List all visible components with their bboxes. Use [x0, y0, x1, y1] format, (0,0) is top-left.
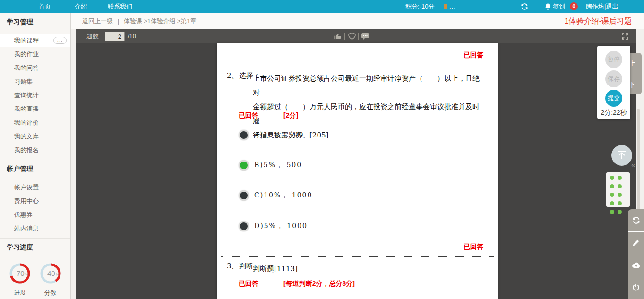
page: 首页 介绍 联系我们 积分:-10分 ... 签到 0 陶作坊|退出 学习管理 …: [0, 0, 644, 299]
radio-unselected[interactable]: [239, 221, 249, 231]
points-more[interactable]: ...: [449, 0, 456, 13]
heart-icon[interactable]: [348, 33, 356, 42]
svg-text:%: %: [56, 273, 59, 277]
answered-label: 已回答: [239, 111, 258, 120]
sidebar-item-my-qa[interactable]: 我的问答: [0, 61, 70, 75]
power-icon[interactable]: [628, 276, 644, 298]
refresh-icon[interactable]: [521, 3, 528, 12]
question-total: /10: [128, 29, 136, 43]
question-panel: 已回答 2、 选择： 上市公司证券投资总额占公司最近一期经审计净资产（ ）以上，…: [217, 43, 498, 299]
answered-label: 已回答: [239, 280, 258, 288]
quiz-toolbar: 题数 /10: [76, 29, 636, 43]
breadcrumb-separator: |: [118, 17, 119, 25]
submit-button[interactable]: 提交: [605, 90, 622, 107]
sidebar-item-query-stats[interactable]: 查询统计: [0, 88, 70, 102]
cloud-download-icon[interactable]: [628, 254, 644, 276]
exam-timer: 2分:22秒: [597, 109, 630, 117]
question-dot[interactable]: [618, 201, 622, 205]
question-dot[interactable]: [610, 184, 614, 188]
top-nav-bar: 首页 介绍 联系我们 积分:-10分 ... 签到 0 陶作坊|退出: [0, 0, 644, 13]
refresh-icon[interactable]: [628, 209, 644, 231]
sidebar-item-account-settings[interactable]: 帐户设置: [0, 180, 70, 194]
points-icon: [444, 4, 447, 9]
divider: [221, 65, 494, 65]
toolbar-separator: [358, 33, 359, 40]
option-label[interactable]: A)10%，500: [254, 131, 304, 139]
sidebar-section-account: 帐户管理: [0, 160, 70, 178]
question-number-input[interactable]: [105, 32, 125, 41]
breadcrumb-path[interactable]: 体验课 >1体验介绍 >第1章: [124, 17, 197, 25]
sidebar: 学习管理 我的课程 ... 我的作业 我的问答 习题集 查询统计 我的直播 我的…: [0, 13, 71, 299]
signin-button[interactable]: 签到: [553, 0, 565, 13]
nav-intro[interactable]: 介绍: [75, 0, 87, 13]
more-button[interactable]: ...: [53, 37, 67, 44]
comment-icon[interactable]: [361, 33, 369, 42]
divider: [221, 256, 494, 257]
sidebar-section-learning: 学习管理: [0, 13, 70, 31]
back-link[interactable]: 返回上一级: [82, 17, 113, 25]
question-dot[interactable]: [618, 176, 622, 180]
sidebar-item-my-homework[interactable]: 我的作业: [0, 47, 70, 61]
question-number: 2、: [227, 71, 239, 80]
status-answered: 已回答: [464, 51, 483, 60]
sidebar-item-fee-center[interactable]: 费用中心: [0, 194, 70, 208]
radio-selected[interactable]: [239, 160, 249, 171]
radio-unselected[interactable]: [239, 130, 249, 140]
progress-ring-progress: 70 % 进度: [9, 262, 31, 297]
fullscreen-icon[interactable]: [621, 33, 629, 42]
progress-ring-score: 40 % 分数: [39, 262, 62, 297]
toolbar-separator: [344, 33, 345, 40]
exam-control-panel: 暂停 保存 提交 2分:22秒: [597, 46, 630, 119]
sidebar-item-exercise-set[interactable]: 习题集: [0, 75, 70, 88]
content-header: 返回上一级 | 体验课 >1体验介绍 >第1章 1体验介绍-课后习题: [71, 13, 644, 29]
notification-badge[interactable]: 0: [570, 2, 578, 10]
question-dot[interactable]: [610, 201, 614, 205]
sidebar-item-coupons[interactable]: 优惠券: [0, 208, 70, 222]
pause-button[interactable]: 暂停: [605, 51, 622, 68]
sidebar-item-label: 我的课程: [14, 37, 39, 44]
page-title: 1体验介绍-课后习题: [565, 13, 632, 29]
option-label[interactable]: C)10%， 1000: [254, 191, 312, 200]
save-button[interactable]: 保存: [605, 70, 622, 87]
sidebar-item-site-messages[interactable]: 站内消息: [0, 222, 70, 235]
radio-unselected[interactable]: [239, 190, 249, 201]
question-dot[interactable]: [610, 210, 614, 214]
user-logout[interactable]: 陶作坊|退出: [586, 0, 618, 13]
svg-text:70: 70: [17, 269, 25, 277]
points-label: 积分:-10分: [405, 0, 434, 13]
svg-text:40: 40: [47, 269, 55, 277]
sidebar-item-my-library[interactable]: 我的文库: [0, 129, 70, 143]
status-answered: 已回答: [464, 243, 483, 251]
question-count-label: 题数: [86, 29, 99, 43]
option-label[interactable]: D)5%， 1000: [254, 222, 308, 231]
question-dot[interactable]: [618, 184, 622, 188]
sidebar-item-my-live[interactable]: 我的直播: [0, 102, 70, 116]
sidebar-item-my-reviews[interactable]: 我的评价: [0, 116, 70, 129]
question-dot[interactable]: [618, 210, 622, 214]
sidebar-item-my-courses[interactable]: 我的课程 ...: [0, 34, 70, 47]
back-to-top-icon: [616, 149, 627, 162]
thumbs-up-icon[interactable]: [334, 33, 342, 42]
question-dot[interactable]: [610, 176, 614, 180]
question-number: 3、: [227, 262, 239, 271]
nav-contact[interactable]: 联系我们: [108, 0, 132, 13]
sidebar-section-progress: 学习进度: [0, 239, 70, 256]
quiz-area: 题数 /10 已回答 2、 选择：: [76, 29, 636, 299]
back-to-top-button[interactable]: [611, 145, 632, 166]
pencil-icon[interactable]: [628, 231, 644, 254]
score-label: [每道判断2分，总分8分]: [283, 280, 355, 288]
bell-icon[interactable]: [544, 3, 551, 12]
option-label[interactable]: B)5%， 500: [254, 161, 302, 170]
svg-text:%: %: [25, 273, 28, 277]
nav-home[interactable]: 首页: [39, 0, 51, 13]
sidebar-item-my-signup[interactable]: 我的报名: [0, 143, 70, 157]
score-label: [2分]: [283, 111, 298, 120]
question-dot[interactable]: [610, 193, 614, 197]
question-text: 判断题[1113]: [253, 262, 480, 276]
collapse-panel-handle[interactable]: «: [631, 161, 635, 169]
breadcrumb: 返回上一级 | 体验课 >1体验介绍 >第1章: [82, 13, 199, 29]
question-dot[interactable]: [618, 193, 622, 197]
side-tools-bar: [628, 209, 644, 299]
answered-questions-panel: [606, 172, 630, 207]
